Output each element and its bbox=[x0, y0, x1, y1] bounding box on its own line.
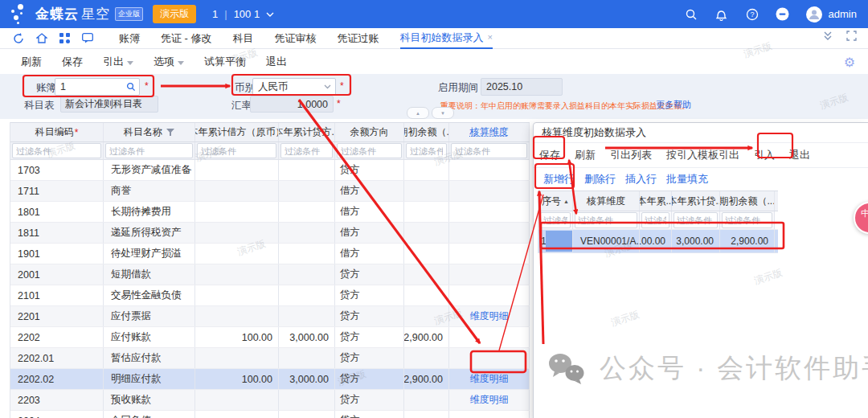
dim-detail-link[interactable]: 维度明细 bbox=[449, 369, 530, 389]
column-header[interactable]: 核算维度 bbox=[449, 123, 530, 141]
currency-select[interactable]: 人民币 bbox=[252, 78, 336, 96]
filter-input[interactable] bbox=[722, 212, 772, 228]
filter-input[interactable] bbox=[280, 143, 333, 158]
chevron-down-icon bbox=[178, 61, 184, 65]
column-header[interactable]: 核算维度 bbox=[573, 191, 640, 211]
dialog-save-button[interactable]: 保存 bbox=[539, 148, 560, 162]
grid-cell: 长期待摊费用 bbox=[104, 202, 195, 222]
do-not-disturb-icon[interactable] bbox=[776, 7, 790, 22]
grid-cell: 应付账款 bbox=[104, 327, 195, 347]
home-icon[interactable] bbox=[36, 33, 47, 43]
apps-grid-icon[interactable] bbox=[59, 33, 70, 43]
column-header[interactable]: 期初余额（... bbox=[720, 191, 775, 211]
table-row[interactable]: 1703无形资产减值准备贷方 bbox=[10, 160, 530, 181]
column-header[interactable]: 期初余额（... bbox=[404, 123, 449, 141]
tab-ledger[interactable]: 账簿 bbox=[119, 31, 140, 46]
filter-input[interactable] bbox=[575, 212, 637, 228]
grid-cell bbox=[404, 223, 449, 243]
tab-voucher-post[interactable]: 凭证过账 bbox=[338, 31, 379, 46]
tab-initial-data-entry-active[interactable]: 科目初始数据录入 × bbox=[400, 27, 493, 50]
column-header[interactable]: 本年累计贷方... bbox=[279, 123, 335, 141]
exit-button[interactable]: 退出 bbox=[266, 55, 287, 69]
table-row[interactable]: 2202应付账款100.003,000.00贷方2,900.00 bbox=[10, 327, 530, 348]
search-icon[interactable] bbox=[684, 7, 698, 22]
org-switcher[interactable]: 1 | 100 1 bbox=[212, 8, 274, 20]
column-header[interactable]: 本年累... bbox=[640, 191, 672, 211]
export-button[interactable]: 引出 bbox=[103, 55, 133, 69]
grid-cell bbox=[195, 160, 279, 180]
grid-cell: 借方 bbox=[335, 223, 404, 243]
message-icon[interactable] bbox=[82, 33, 93, 43]
collapse-down-button[interactable]: ▼ bbox=[432, 107, 454, 119]
tab-account[interactable]: 科目 bbox=[233, 31, 254, 46]
notification-bell-icon[interactable] bbox=[714, 7, 729, 22]
column-header[interactable]: 余额方向 bbox=[335, 123, 404, 141]
fullscreen-icon[interactable] bbox=[846, 31, 857, 44]
column-header[interactable]: 本年累计借方（原币） bbox=[195, 123, 279, 141]
column-header[interactable]: 科目名称 bbox=[104, 123, 195, 141]
options-button[interactable]: 选项 bbox=[154, 55, 184, 69]
book-input[interactable]: 1 bbox=[55, 78, 140, 96]
translate-cn-glyph: 中 bbox=[861, 207, 868, 219]
grid-cell bbox=[279, 181, 335, 201]
delete-row-button[interactable]: 删除行 bbox=[584, 172, 616, 186]
grid-cell: 借方 bbox=[335, 202, 404, 222]
required-marker: * bbox=[340, 80, 344, 92]
filter-input[interactable] bbox=[641, 212, 669, 228]
save-button[interactable]: 保存 bbox=[62, 55, 83, 69]
tab-voucher-edit[interactable]: 凭证 - 修改 bbox=[161, 31, 212, 46]
org-separator: | bbox=[224, 8, 227, 20]
dialog-export-template-button[interactable]: 按引入模板引出 bbox=[666, 148, 739, 162]
grid-cell: 交易性金融负债 bbox=[104, 285, 195, 305]
filter-input[interactable] bbox=[12, 143, 101, 158]
dim-detail-link[interactable]: 维度明细 bbox=[449, 306, 530, 326]
batch-fill-button[interactable]: 批量填充 bbox=[666, 172, 708, 186]
filter-input[interactable] bbox=[674, 212, 718, 228]
insert-row-button[interactable]: 插入行 bbox=[625, 172, 657, 186]
trial-balance-button[interactable]: 试算平衡 bbox=[204, 55, 246, 69]
table-row[interactable]: 1801长期待摊费用借方 bbox=[10, 202, 530, 223]
table-row[interactable]: 2001短期借款贷方 bbox=[10, 264, 530, 285]
filter-input[interactable] bbox=[540, 212, 571, 228]
collapse-tabs-icon[interactable] bbox=[822, 31, 833, 44]
column-header[interactable]: 序号▲ bbox=[538, 191, 573, 211]
gear-icon[interactable]: ⚙ bbox=[844, 55, 855, 70]
dialog-exit-button[interactable]: 退出 bbox=[789, 148, 810, 162]
user-avatar[interactable] bbox=[806, 6, 822, 23]
filter-input[interactable] bbox=[197, 143, 276, 158]
table-row[interactable]: 2101交易性金融负债贷方 bbox=[10, 285, 530, 306]
column-header[interactable]: 科目编码* bbox=[10, 123, 104, 141]
table-row[interactable]: 1901待处理财产损溢借方 bbox=[10, 244, 530, 264]
sync-icon[interactable] bbox=[13, 33, 24, 44]
table-row[interactable]: 2201应付票据贷方维度明细 bbox=[10, 306, 530, 327]
filter-input[interactable] bbox=[451, 143, 527, 158]
collapse-up-button[interactable]: ▲ bbox=[407, 107, 429, 119]
refresh-button[interactable]: 刷新 bbox=[21, 55, 42, 69]
table-row[interactable]: 2202.02明细应付款100.003,000.00贷方2,900.00维度明细 bbox=[10, 369, 530, 390]
table-row[interactable]: 2203预收账款贷方维度明细 bbox=[10, 390, 530, 411]
table-row[interactable]: 1811递延所得税资产借方 bbox=[10, 223, 530, 244]
username-label[interactable]: admin bbox=[829, 8, 857, 20]
table-row[interactable]: 2202.01暂估应付款贷方 bbox=[10, 348, 530, 369]
required-marker: * bbox=[145, 80, 149, 92]
dimension-data-row[interactable]: 1VEN00001/A...100.003,000.002,900.00 bbox=[538, 230, 778, 253]
filter-funnel-icon[interactable] bbox=[166, 129, 174, 136]
more-help-link[interactable]: 更多帮助 bbox=[656, 99, 691, 111]
grid-cell bbox=[404, 264, 449, 285]
dialog-refresh-button[interactable]: 刷新 bbox=[575, 148, 596, 162]
column-header[interactable]: 本年累计贷... bbox=[672, 191, 720, 211]
filter-input[interactable] bbox=[337, 143, 402, 158]
lookup-icon[interactable] bbox=[126, 82, 136, 92]
dialog-import-button[interactable]: 引入 bbox=[754, 148, 775, 162]
filter-input[interactable] bbox=[105, 143, 193, 158]
close-tab-icon[interactable]: × bbox=[488, 28, 493, 47]
grid-cell bbox=[404, 306, 449, 326]
dialog-export-list-button[interactable]: 引出列表 bbox=[610, 148, 652, 162]
table-row[interactable]: 2204合同负债贷方 bbox=[10, 411, 530, 418]
add-row-button[interactable]: 新增行 bbox=[543, 172, 575, 186]
tab-voucher-audit[interactable]: 凭证审核 bbox=[275, 31, 317, 46]
help-icon[interactable]: ? bbox=[745, 7, 760, 22]
dim-detail-link[interactable]: 维度明细 bbox=[449, 390, 530, 410]
filter-input[interactable] bbox=[406, 143, 447, 158]
table-row[interactable]: 1711商誉借方 bbox=[10, 181, 530, 202]
